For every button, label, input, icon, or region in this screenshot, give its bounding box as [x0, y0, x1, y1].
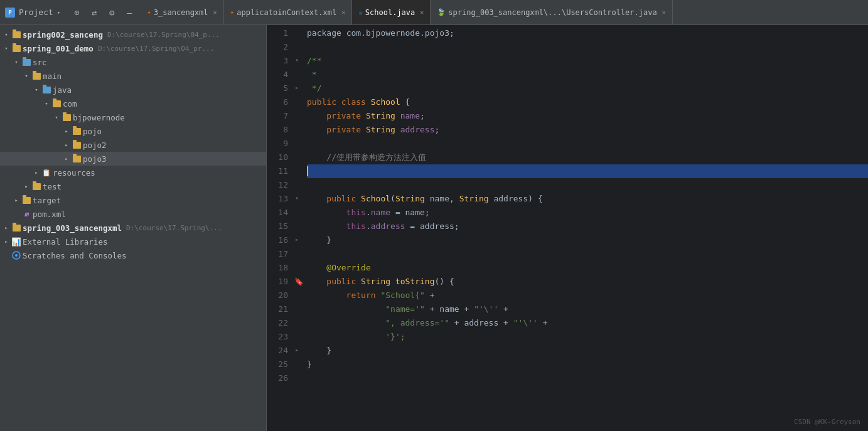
code-line: public School(String name, String addres…: [307, 192, 868, 206]
dropdown-arrow-icon: ▾: [57, 9, 60, 16]
code-line: [307, 247, 868, 261]
cursor: [307, 166, 308, 176]
tree-item-resources[interactable]: 📋 resources: [0, 166, 266, 179]
arrow-icon: [3, 45, 10, 52]
tab-applicationcontext[interactable]: ✦ applicatoinContext.xml ✕: [224, 0, 353, 24]
code-line: @Override: [307, 261, 868, 275]
tab-userscontroller[interactable]: 🍃 spring_003_sancengxml\...\UsersControl…: [431, 0, 672, 24]
code-line: ", address='" + address + "'\'' +: [307, 316, 868, 330]
fold-marker: [292, 356, 302, 370]
tree-item-spring001[interactable]: spring_001_demo D:\course\17.Spring\04_p…: [0, 41, 266, 55]
fold-marker[interactable]: ▸: [292, 232, 302, 246]
tab-sancengxml[interactable]: ✦ 3_sancengxml ✕: [141, 0, 223, 24]
token-var: address: [400, 123, 435, 137]
tree-item-main[interactable]: main: [0, 69, 266, 83]
xml-icon: ✦: [230, 8, 235, 16]
svg-point-1: [15, 254, 18, 257]
tree-item-pojo2[interactable]: pojo2: [0, 138, 266, 152]
folder-icon: [22, 58, 31, 67]
tab-label: 3_sancengxml: [154, 8, 208, 17]
tree-item-pojo3[interactable]: pojo3: [0, 152, 266, 166]
token-plain: () {: [435, 275, 454, 289]
token-str: "name='": [385, 302, 425, 316]
line-number: 2: [267, 40, 288, 54]
tree-item-ext-lib[interactable]: 📊 External Libraries: [0, 235, 266, 248]
tree-item-src[interactable]: src: [0, 55, 266, 69]
tree-item-java[interactable]: java: [0, 83, 266, 97]
item-label: com: [63, 99, 77, 109]
tab-school-java[interactable]: ☕ School.java ✕: [352, 0, 431, 24]
token-plain: + name +: [425, 302, 474, 316]
arrow-icon: [13, 196, 20, 204]
token-plain: {: [400, 95, 410, 109]
token-plain: = address;: [405, 220, 459, 233]
code-line: this.name = name;: [307, 206, 868, 220]
folder-icon: [72, 141, 81, 149]
token-var: name: [371, 206, 390, 220]
token-type: String: [395, 192, 425, 206]
line-number: 6: [267, 95, 288, 109]
token-plain: (: [390, 192, 395, 206]
add-icon[interactable]: ⊕: [70, 6, 83, 19]
line-number: 13: [267, 192, 288, 206]
token-kw: private: [307, 109, 361, 123]
token-fn: School: [361, 192, 390, 206]
code-line: return "School{" +: [307, 289, 868, 302]
tree-item-pojo[interactable]: pojo: [0, 124, 266, 138]
token-plain: }: [307, 344, 331, 358]
code-line: }: [307, 358, 868, 371]
tree-item-test[interactable]: test: [0, 179, 266, 193]
arrow-icon: [23, 72, 30, 80]
fold-marker: [292, 260, 302, 274]
arrow-icon: [3, 238, 10, 245]
code-line: [307, 178, 868, 192]
tab-close-icon[interactable]: ✕: [420, 9, 424, 16]
fold-marker[interactable]: ▾: [292, 53, 302, 67]
tree-item-target[interactable]: target: [0, 193, 266, 207]
line-number: 9: [267, 137, 288, 151]
tab-close-icon[interactable]: ✕: [341, 9, 345, 16]
token-plain: = name;: [390, 206, 430, 220]
tree-item-spring002[interactable]: spring002_sanceng D:\course\17.Spring\04…: [0, 28, 266, 41]
fold-marker: [292, 218, 302, 232]
token-plain: [307, 330, 385, 344]
code-line: }: [307, 233, 868, 247]
token-plain: [395, 123, 400, 137]
line-number: 19: [267, 275, 288, 289]
token-plain: [376, 289, 381, 302]
token-plain: }: [307, 358, 312, 371]
spring-icon: 🍃: [437, 8, 446, 16]
line-number: 26: [267, 371, 288, 385]
token-str: ", address='": [385, 316, 449, 330]
fold-marker[interactable]: ▸: [292, 343, 302, 356]
fold-marker[interactable]: ▸: [292, 80, 302, 94]
code-line: private String name;: [307, 109, 868, 123]
tree-item-scratches[interactable]: Scratches and Consoles: [0, 248, 266, 262]
fold-marker: [292, 94, 302, 108]
line-number: 25: [267, 358, 288, 371]
editor: 1234567891011121314151617181920212223242…: [267, 25, 868, 431]
fold-gutter: ▾▸▾▸▾▸: [292, 25, 302, 431]
token-type: String: [459, 192, 489, 206]
tab-close-icon[interactable]: ✕: [213, 9, 217, 16]
tree-item-com[interactable]: com: [0, 97, 266, 110]
fold-marker: [292, 329, 302, 343]
tree-item-bjpowernode[interactable]: bjpowernode: [0, 110, 266, 124]
sync-icon[interactable]: ⇄: [88, 6, 100, 19]
tab-close-icon[interactable]: ✕: [662, 9, 666, 16]
code-area[interactable]: 1234567891011121314151617181920212223242…: [267, 25, 868, 431]
token-kw: public: [307, 275, 356, 289]
fold-marker: [292, 301, 302, 315]
tree-item-spring003[interactable]: spring_003_sancengxml D:\course\17.Sprin…: [0, 221, 266, 235]
tree-item-pom[interactable]: m pom.xml: [0, 207, 266, 221]
line-number: 18: [267, 261, 288, 275]
code-line: *: [307, 68, 868, 82]
fold-marker[interactable]: ▾: [292, 191, 302, 205]
code-content[interactable]: package com.bjpowernode.pojo3;/** * */pu…: [302, 25, 868, 431]
item-label: main: [43, 72, 62, 81]
project-icon: P: [5, 8, 15, 18]
code-line: 🔖 public String toString() {: [307, 275, 868, 289]
minimize-icon[interactable]: —: [123, 6, 136, 19]
project-menu[interactable]: P Project ▾: [5, 8, 60, 18]
settings-icon[interactable]: ⚙: [105, 6, 118, 19]
